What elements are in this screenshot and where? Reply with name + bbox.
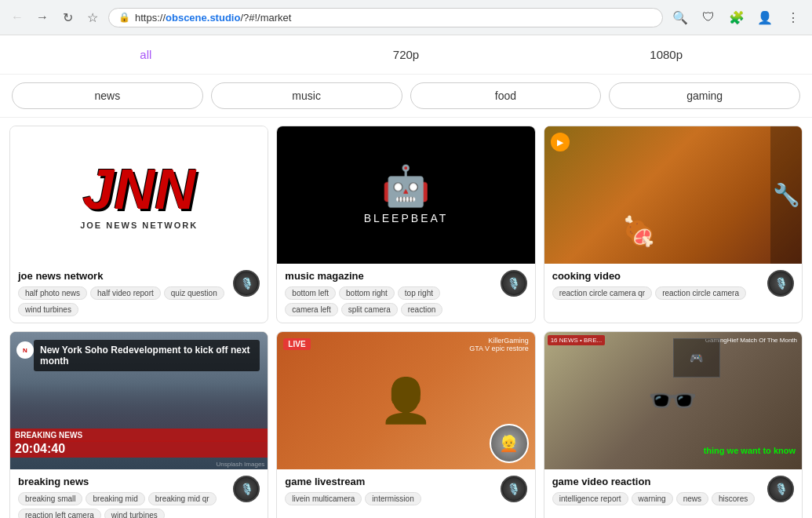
bookmark-button[interactable]: ☆	[83, 8, 102, 27]
cards-grid: JNN JOE NEWS NETWORK joe news network ha…	[0, 118, 812, 518]
tag-livein-multicamera[interactable]: livein multicamera	[285, 492, 362, 505]
breaking-street	[10, 383, 268, 430]
page-content: all 720p 1080p news music food gaming JN…	[0, 35, 812, 518]
avatar-inner-breaking: 🎙️	[235, 478, 257, 500]
cooking-bg	[544, 126, 802, 264]
tag-wind[interactable]: wind turbines	[18, 303, 78, 316]
card-info-game-react: game video reaction intelligence report …	[544, 469, 802, 512]
card-title-breaking: breaking news	[18, 476, 227, 487]
filter-1080p[interactable]: 1080p	[536, 43, 796, 66]
cooking-tools-icon: 🔧	[770, 126, 802, 264]
reload-button[interactable]: ↻	[58, 8, 77, 27]
tag-breaking-mid[interactable]: breaking mid	[86, 492, 144, 505]
jnn-logo: JNN	[82, 161, 195, 217]
filter-all[interactable]: all	[16, 43, 276, 66]
game-live-thumbnail: 👤 LIVE KillerGaming GTA V epic restore 👱	[277, 332, 534, 469]
menu-icon-btn[interactable]: ⋮	[782, 6, 804, 28]
tag-reaction[interactable]: reaction	[401, 303, 443, 316]
card-text-game-live: game livestream livein multicamera inter…	[285, 476, 493, 505]
puzzle-icon-btn[interactable]: 🧩	[726, 6, 748, 28]
card-title-game-react: game video reaction	[552, 476, 761, 487]
card-thumb-jnn: JNN JOE NEWS NETWORK	[10, 126, 268, 264]
tag-breaking-mid-qr[interactable]: breaking mid qr	[148, 492, 217, 505]
tag-reaction-left[interactable]: reaction left camera	[18, 509, 101, 518]
tag-intelligence-report[interactable]: intelligence report	[552, 492, 628, 505]
card-text-game-react: game video reaction intelligence report …	[552, 476, 761, 505]
breaking-logo: N	[16, 341, 34, 359]
forward-button[interactable]: →	[33, 8, 52, 27]
tab-food[interactable]: food	[410, 82, 602, 109]
card-title-jnn: joe news network	[18, 270, 227, 282]
tag-quiz[interactable]: quiz question	[164, 286, 224, 300]
card-avatar-music: 🎙️	[501, 270, 527, 297]
cooking-badge: ▶	[551, 133, 570, 151]
game-live-streamer-info: KillerGaming GTA V epic restore	[469, 337, 528, 352]
tag-bottom-left[interactable]: bottom left	[285, 286, 336, 300]
tag-hiscores[interactable]: hiscores	[712, 492, 755, 505]
tag-reaction-circle-qr[interactable]: reaction circle camera qr	[552, 286, 652, 300]
jnn-subtitle: JOE NEWS NETWORK	[80, 221, 198, 230]
avatar-inner-music: 🎙️	[503, 272, 525, 294]
breaking-thumbnail: N New York Soho Redevelopment to kick of…	[10, 332, 268, 469]
card-game-livestream: 👤 LIVE KillerGaming GTA V epic restore 👱…	[276, 331, 535, 518]
card-music-magazine: 🤖 BLEEPBEAT music magazine bottom left b…	[276, 126, 535, 323]
filter-720p[interactable]: 720p	[276, 43, 537, 66]
tag-top-right[interactable]: top right	[398, 286, 440, 300]
card-text-cooking: cooking video reaction circle camera qr …	[552, 270, 761, 300]
tag-reaction-circle[interactable]: reaction circle camera	[655, 286, 746, 300]
game-live-streamer-name: KillerGaming	[469, 337, 528, 345]
breaking-headline: New York Soho Redevelopment to kick off …	[34, 340, 260, 371]
card-title-music: music magazine	[285, 270, 493, 282]
game-react-overlay-text: thing we want to know	[544, 446, 802, 455]
card-title-game-live: game livestream	[285, 476, 493, 487]
game-live-cam-bubble: 👱	[490, 424, 529, 463]
card-tags-breaking: breaking small breaking mid breaking mid…	[18, 492, 227, 518]
tab-news[interactable]: news	[12, 82, 203, 109]
live-badge: LIVE	[283, 338, 310, 350]
tag-wind-turbines[interactable]: wind turbines	[104, 509, 165, 518]
tag-camera-left[interactable]: camera left	[285, 303, 337, 316]
shield-icon-btn[interactable]: 🛡	[697, 6, 719, 28]
url-text: https://obscene.studio/?#!/market	[135, 12, 291, 24]
tag-breaking-small[interactable]: breaking small	[18, 492, 82, 505]
card-cooking-video: ▶ 🔧 🍖 cooking video reaction circle came…	[544, 126, 803, 323]
tag-half-photo[interactable]: half photo news	[18, 286, 87, 300]
tab-music[interactable]: music	[211, 82, 402, 109]
game-react-person-icon: 🕶️	[647, 377, 698, 425]
cooking-food-icon: 🍖	[621, 215, 657, 248]
category-bar: news music food gaming	[0, 75, 812, 118]
avatar-inner-game-live: 🎙️	[503, 478, 525, 500]
tag-warning[interactable]: warning	[632, 492, 673, 505]
game-react-inset: 🎮	[673, 338, 720, 378]
browser-toolbar: ← → ↻ ☆ 🔒 https://obscene.studio/?#!/mar…	[0, 0, 812, 35]
tag-split-camera[interactable]: split camera	[341, 303, 398, 316]
lock-icon: 🔒	[118, 12, 130, 23]
profile-icon-btn[interactable]: 👤	[754, 6, 776, 28]
tag-news[interactable]: news	[676, 492, 708, 505]
cooking-thumbnail: ▶ 🔧 🍖	[544, 126, 802, 264]
tag-bottom-right[interactable]: bottom right	[339, 286, 395, 300]
card-thumb-game-react: 16 NEWS • BRE... GamingHief Match Of The…	[544, 332, 802, 469]
card-info-music: music magazine bottom left bottom right …	[277, 264, 534, 323]
card-info-cooking: cooking video reaction circle camera qr …	[544, 264, 802, 306]
card-avatar-game-live: 🎙️	[501, 476, 527, 502]
tag-half-video[interactable]: half video report	[90, 286, 161, 300]
card-breaking-news: N New York Soho Redevelopment to kick of…	[9, 331, 268, 518]
tab-gaming[interactable]: gaming	[609, 82, 800, 109]
url-bar[interactable]: 🔒 https://obscene.studio/?#!/market	[108, 8, 663, 27]
avatar-inner-game-react: 🎙️	[770, 478, 792, 500]
card-tags-game-live: livein multicamera intermission	[285, 492, 493, 505]
card-info-jnn: joe news network half photo news half vi…	[10, 264, 268, 323]
card-tags-cooking: reaction circle camera qr reaction circl…	[552, 286, 761, 300]
card-avatar-cooking: 🎙️	[767, 270, 794, 297]
browser-icons: 🔍 🛡 🧩 👤 ⋮	[669, 6, 804, 28]
search-icon-btn[interactable]: 🔍	[669, 6, 691, 28]
card-info-game-live: game livestream livein multicamera inter…	[277, 469, 534, 512]
card-text-breaking: breaking news breaking small breaking mi…	[18, 476, 227, 518]
card-joe-news-network: JNN JOE NEWS NETWORK joe news network ha…	[9, 126, 268, 323]
card-tags-game-react: intelligence report warning news hiscore…	[552, 492, 761, 505]
game-live-person-icon: 👤	[379, 375, 433, 426]
tag-intermission[interactable]: intermission	[365, 492, 421, 505]
back-button[interactable]: ←	[8, 8, 27, 27]
card-thumb-game-live: 👤 LIVE KillerGaming GTA V epic restore 👱	[277, 332, 534, 469]
